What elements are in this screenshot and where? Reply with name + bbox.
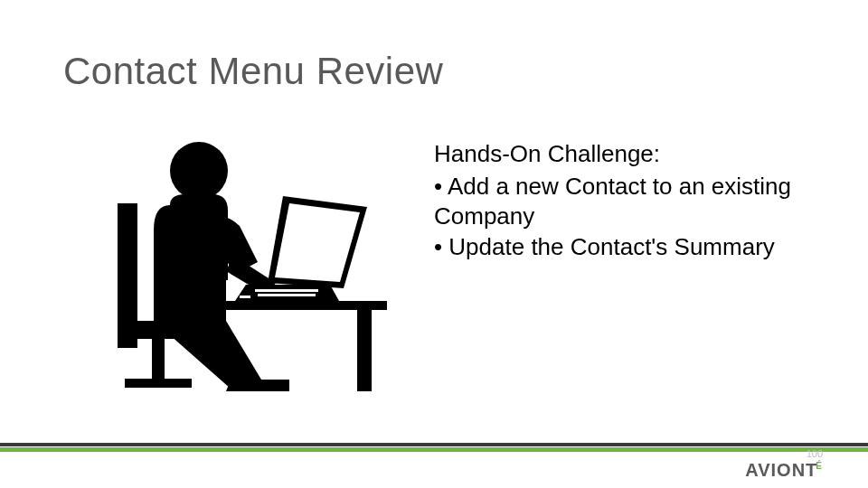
svg-rect-10: [240, 296, 250, 298]
brand-logo: AVIONTÉ: [745, 460, 823, 481]
svg-rect-7: [357, 310, 372, 391]
challenge-heading: Hands-On Challenge:: [434, 140, 814, 168]
slide: Contact Menu Review: [0, 0, 868, 488]
bullet-text: Update the Contact's Summary: [448, 233, 774, 260]
svg-rect-6: [206, 301, 387, 310]
bullet-item: • Add a new Contact to an existing Compa…: [434, 172, 814, 230]
bullet-item: • Update the Contact's Summary: [434, 232, 814, 262]
bullet-text: Add a new Contact to an existing Company: [434, 173, 791, 230]
svg-rect-2: [152, 339, 165, 382]
logo-text: AVIONTÉ: [745, 460, 823, 481]
person-at-computer-icon: [99, 140, 389, 402]
page-number: 100: [807, 448, 823, 459]
svg-rect-8: [255, 289, 318, 292]
svg-point-4: [170, 142, 228, 200]
icon-column: [63, 140, 425, 402]
svg-rect-9: [258, 294, 316, 296]
svg-rect-5: [154, 280, 226, 321]
slide-title: Contact Menu Review: [63, 50, 443, 93]
svg-rect-3: [125, 379, 192, 388]
footer-divider: [0, 443, 868, 452]
content-area: Hands-On Challenge: • Add a new Contact …: [63, 140, 814, 402]
text-column: Hands-On Challenge: • Add a new Contact …: [425, 140, 814, 402]
